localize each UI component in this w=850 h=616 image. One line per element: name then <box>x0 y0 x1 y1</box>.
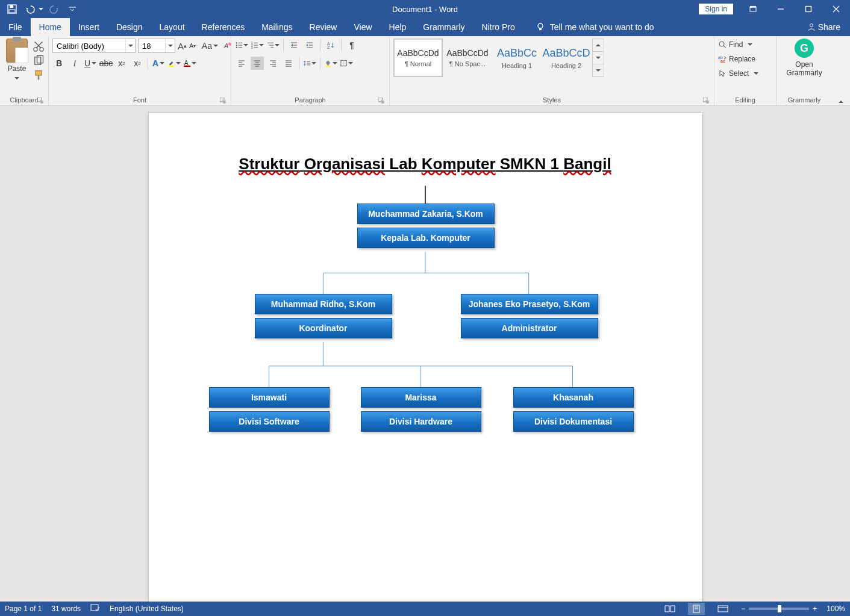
sign-in-button[interactable]: Sign in <box>699 4 733 14</box>
zoom-slider[interactable]: − + <box>741 605 817 613</box>
cut-icon[interactable] <box>33 41 45 52</box>
font-name-input[interactable] <box>53 39 125 52</box>
tab-help[interactable]: Help <box>381 18 415 36</box>
font-name-dropdown-icon[interactable] <box>125 39 135 52</box>
org-box-div2-role[interactable]: Divisi Hardware <box>361 411 481 432</box>
decrease-indent-icon[interactable] <box>287 39 301 52</box>
org-box-div1-role[interactable]: Divisi Software <box>209 411 330 432</box>
sort-icon[interactable]: AZ <box>324 39 337 52</box>
org-box-admin-name[interactable]: Johanes Eko Prasetyo, S.Kom <box>461 294 598 314</box>
styles-gallery[interactable]: AaBbCcDd¶ NormalAaBbCcDd¶ No Spac...AaBb… <box>393 39 710 77</box>
strikethrough-button[interactable]: abc <box>99 57 113 70</box>
zoom-track[interactable] <box>749 608 809 610</box>
line-spacing-icon[interactable] <box>303 57 316 70</box>
undo-icon[interactable] <box>23 2 37 16</box>
document-title[interactable]: Struktur Organisasi Lab Komputer SMKN 1 … <box>149 155 702 173</box>
show-hide-marks-icon[interactable]: ¶ <box>345 39 358 52</box>
tab-design[interactable]: Design <box>108 18 151 36</box>
replace-button[interactable]: abacReplace <box>718 53 772 65</box>
highlight-color-icon[interactable] <box>167 57 181 70</box>
find-button[interactable]: Find <box>718 39 772 51</box>
font-size-dropdown-icon[interactable] <box>165 39 175 52</box>
increase-indent-icon[interactable] <box>303 39 316 52</box>
document-page[interactable]: Struktur Organisasi Lab Komputer SMKN 1 … <box>148 112 702 602</box>
italic-button[interactable]: I <box>68 57 81 70</box>
select-button[interactable]: Select <box>718 67 772 79</box>
org-box-coord-name[interactable]: Muhammad Ridho, S.Kom <box>255 294 392 314</box>
save-icon[interactable] <box>5 2 19 16</box>
justify-icon[interactable] <box>282 57 295 70</box>
format-painter-icon[interactable] <box>33 70 45 81</box>
copy-icon[interactable] <box>33 55 45 66</box>
styles-scroll-up-icon[interactable] <box>593 39 604 52</box>
tell-me-search[interactable]: Tell me what you want to do <box>536 18 654 36</box>
zoom-thumb[interactable] <box>778 605 781 612</box>
tab-grammarly[interactable]: Grammarly <box>414 18 473 36</box>
text-effects-icon[interactable]: A <box>152 57 165 70</box>
ribbon-display-options-icon[interactable] <box>739 0 767 18</box>
underline-button[interactable]: U <box>84 57 97 70</box>
share-button[interactable]: Share <box>798 18 850 36</box>
tab-references[interactable]: References <box>193 18 254 36</box>
org-box-admin-role[interactable]: Administrator <box>461 318 598 338</box>
change-case-icon[interactable]: Aa <box>203 39 216 52</box>
paste-button[interactable]: Paste <box>4 39 30 81</box>
paste-dropdown-icon[interactable] <box>14 77 19 79</box>
align-center-icon[interactable] <box>251 57 264 70</box>
print-layout-icon[interactable] <box>688 603 705 615</box>
tab-review[interactable]: Review <box>301 18 346 36</box>
tab-layout[interactable]: Layout <box>151 18 193 36</box>
maximize-icon[interactable] <box>795 0 822 18</box>
styles-scroll-down-icon[interactable] <box>593 52 604 64</box>
org-chart[interactable]: Muchammad Zakaria, S.Kom Kepala Lab. Kom… <box>149 185 702 487</box>
tab-mailings[interactable]: Mailings <box>253 18 301 36</box>
org-box-div3-role[interactable]: Divisi Dokumentasi <box>513 411 634 432</box>
org-box-head-name[interactable]: Muchammad Zakaria, S.Kom <box>357 204 495 224</box>
document-area[interactable]: Struktur Organisasi Lab Komputer SMKN 1 … <box>0 106 850 602</box>
open-grammarly-button[interactable]: G OpenGrammarly <box>780 39 828 77</box>
zoom-in-icon[interactable]: + <box>813 605 817 613</box>
bold-button[interactable]: B <box>52 57 66 70</box>
status-language[interactable]: English (United States) <box>110 605 184 613</box>
zoom-percent[interactable]: 100% <box>827 605 845 613</box>
qat-customize-icon[interactable] <box>65 2 80 16</box>
tab-nitro-pro[interactable]: Nitro Pro <box>473 18 523 36</box>
undo-dropdown-icon[interactable] <box>39 8 43 10</box>
styles-dialog-launcher-icon[interactable] <box>703 98 710 105</box>
borders-icon[interactable] <box>340 57 353 70</box>
close-icon[interactable] <box>822 0 850 18</box>
status-page[interactable]: Page 1 of 1 <box>5 605 42 613</box>
numbering-icon[interactable]: 123 <box>251 39 264 52</box>
style-tile[interactable]: AaBbCcDd¶ Normal <box>393 39 443 77</box>
org-box-head-role[interactable]: Kepala Lab. Komputer <box>357 228 495 248</box>
web-layout-icon[interactable] <box>714 603 731 615</box>
style-tile[interactable]: AaBbCcDHeading 2 <box>542 39 591 77</box>
align-left-icon[interactable] <box>235 57 248 70</box>
font-color-icon[interactable]: A <box>183 57 196 70</box>
style-tile[interactable]: AaBbCcHeading 1 <box>492 39 542 77</box>
org-box-div3-name[interactable]: Khasanah <box>513 387 634 408</box>
font-name-combobox[interactable] <box>52 39 136 53</box>
subscript-button[interactable]: x2 <box>115 57 128 70</box>
status-proofing-icon[interactable] <box>90 604 100 614</box>
superscript-button[interactable]: x2 <box>131 57 144 70</box>
tab-view[interactable]: View <box>345 18 380 36</box>
tab-file[interactable]: File <box>0 18 31 36</box>
org-box-div1-name[interactable]: Ismawati <box>209 387 330 408</box>
clipboard-dialog-launcher-icon[interactable] <box>37 98 45 105</box>
shrink-font-icon[interactable]: A▾ <box>189 39 196 52</box>
tab-home[interactable]: Home <box>31 18 70 36</box>
font-size-combobox[interactable] <box>138 39 175 53</box>
paragraph-dialog-launcher-icon[interactable] <box>378 98 386 105</box>
grow-font-icon[interactable]: A▴ <box>178 39 187 52</box>
redo-icon[interactable] <box>47 2 61 16</box>
align-right-icon[interactable] <box>266 57 280 70</box>
bullets-icon[interactable] <box>235 39 248 52</box>
styles-more-icon[interactable] <box>593 64 604 76</box>
font-dialog-launcher-icon[interactable] <box>220 98 227 105</box>
style-tile[interactable]: AaBbCcDd¶ No Spac... <box>443 39 492 77</box>
status-words[interactable]: 31 words <box>51 605 81 613</box>
minimize-icon[interactable] <box>767 0 795 18</box>
multilevel-list-icon[interactable] <box>266 39 280 52</box>
org-box-div2-name[interactable]: Marissa <box>361 387 481 408</box>
